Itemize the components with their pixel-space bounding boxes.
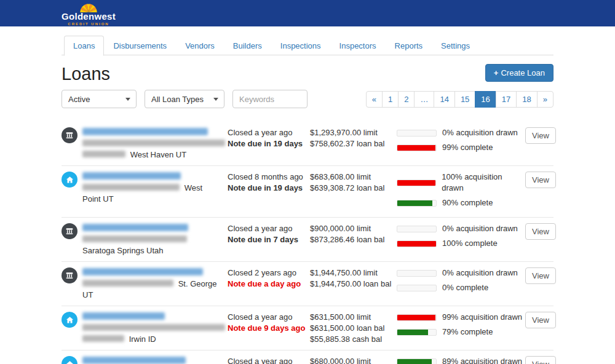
pagination-item[interactable]: 17 (496, 91, 517, 108)
house-icon (62, 312, 77, 328)
loan-name-link[interactable] (82, 356, 223, 364)
loan-address: West Haven UT (82, 138, 223, 160)
view-button[interactable]: View (525, 223, 556, 240)
loan-row: St. George UTClosed 2 years agoNote due … (62, 262, 554, 306)
loan-closed-date: Closed 8 months ago (228, 172, 310, 183)
view-button[interactable]: View (525, 172, 556, 188)
tab-builders[interactable]: Builders (224, 36, 271, 56)
pagination: «12…1415161718» (366, 91, 554, 108)
status-filter-wrap: Active (62, 90, 137, 108)
pagination-item[interactable]: 2 (398, 91, 415, 108)
redacted-loan-name (82, 224, 188, 231)
loan-note-due: Note due in 7 days (228, 234, 310, 245)
loan-city: West Haven UT (130, 150, 187, 159)
redacted-loan-name (82, 268, 203, 275)
redacted-address-text (82, 324, 225, 331)
tab-disbursements[interactable]: Disbursements (104, 36, 176, 56)
loan-name-link[interactable] (82, 172, 223, 183)
tab-inspections[interactable]: Inspections (271, 36, 330, 56)
loan-note-due: Note due in 19 days (228, 183, 310, 194)
loan-city: Irwin ID (129, 334, 156, 344)
view-button[interactable]: View (525, 356, 556, 364)
redacted-loan-name (82, 172, 181, 180)
status-filter[interactable]: Active (62, 90, 137, 108)
view-button[interactable]: View (525, 267, 556, 284)
pagination-item[interactable]: 18 (516, 91, 537, 108)
brand-logo: Goldenwest CREDIT UNION (62, 1, 116, 26)
redacted-loan-name (82, 357, 186, 364)
loan-row: Irwin IDClosed a year agoNote due 9 days… (62, 306, 554, 350)
tab-reports[interactable]: Reports (386, 36, 432, 56)
progress-label: 0% acquisition drawn (442, 267, 518, 279)
loan-address: Irwin ID (82, 323, 223, 345)
loan-note-due: Note due in 19 days (228, 138, 310, 149)
progress-bar (397, 270, 437, 277)
loan-amount: $1,944,750.00 loan bal (310, 279, 397, 290)
page-title: Loans (62, 64, 110, 84)
progress-bar-fill (397, 145, 435, 151)
loan-amount: $639,308.72 loan bal (310, 183, 397, 194)
bank-icon (62, 127, 77, 143)
loan-address: Saratoga Springs Utah (82, 234, 223, 256)
redacted-address-text (82, 280, 173, 287)
progress-bar (397, 130, 437, 136)
loan-row: Pleasant View UTClosed a year agoNote du… (62, 350, 554, 364)
pagination-item[interactable]: « (366, 91, 383, 108)
pagination-item[interactable]: 15 (454, 91, 475, 108)
loan-name-link[interactable] (82, 267, 223, 279)
progress-bar-fill (397, 200, 432, 206)
progress-bar-fill (397, 180, 435, 186)
loan-name-link[interactable] (82, 127, 223, 138)
redacted-address-text (82, 335, 124, 342)
loan-type-filter[interactable]: All Loan Types (145, 90, 224, 108)
tab-settings[interactable]: Settings (432, 36, 479, 56)
progress-label: 0% acquisition drawn (442, 127, 518, 138)
progress-bar-fill (397, 315, 435, 320)
loan-row: West Point UTClosed 8 months agoNote due… (62, 166, 554, 218)
redacted-address-text (82, 235, 187, 242)
loan-amount: $631,500.00 loan bal (310, 323, 397, 334)
keywords-input[interactable] (232, 90, 308, 108)
progress-bar-fill (397, 359, 432, 364)
loan-note-due: Note due a day ago (228, 279, 310, 290)
pagination-item[interactable]: … (414, 91, 434, 108)
house-icon (62, 172, 77, 188)
loan-address: West Point UT (82, 183, 223, 205)
loan-city: Saratoga Springs Utah (82, 246, 164, 255)
loan-amount: $680,000.00 limit (310, 356, 397, 364)
loan-row: West Haven UTClosed a year agoNote due i… (62, 122, 554, 166)
progress-bar (397, 180, 436, 186)
pagination-item[interactable]: 16 (475, 91, 496, 108)
loan-closed-date: Closed 2 years ago (228, 267, 310, 279)
progress-bar (397, 240, 437, 247)
pagination-item[interactable]: » (537, 91, 554, 108)
progress-label: 90% complete (442, 197, 493, 208)
loan-closed-date: Closed a year ago (228, 127, 310, 138)
loan-amount: $758,602.37 loan bal (310, 138, 397, 149)
loan-amount: $873,286.46 loan bal (310, 234, 397, 245)
create-loan-button[interactable]: +Create Loan (485, 64, 554, 82)
progress-label: 99% complete (442, 142, 493, 153)
progress-label: 0% complete (442, 282, 488, 293)
tab-inspectors[interactable]: Inspectors (330, 36, 386, 56)
create-loan-label: Create Loan (501, 68, 545, 77)
tab-loans[interactable]: Loans (64, 36, 104, 56)
progress-label: 100% complete (442, 238, 498, 249)
pagination-item[interactable]: 1 (382, 91, 399, 108)
bank-icon (62, 267, 77, 283)
plus-icon: + (494, 68, 499, 77)
loan-closed-date: Closed a year ago (228, 223, 310, 234)
brand-name: Goldenwest (62, 12, 116, 21)
loan-amount: $1,944,750.00 limit (310, 267, 397, 279)
loan-name-link[interactable] (82, 223, 223, 234)
brand-tagline: CREDIT UNION (62, 22, 116, 26)
redacted-address-text (82, 140, 225, 146)
tab-vendors[interactable]: Vendors (176, 36, 224, 56)
redacted-loan-name (82, 128, 208, 135)
pagination-item[interactable]: 14 (434, 91, 454, 108)
loan-closed-date: Closed a year ago (228, 312, 310, 323)
loan-name-link[interactable] (82, 312, 223, 323)
view-button[interactable]: View (525, 312, 556, 328)
view-button[interactable]: View (525, 127, 556, 144)
progress-label: 89% acquisition drawn (442, 356, 522, 364)
